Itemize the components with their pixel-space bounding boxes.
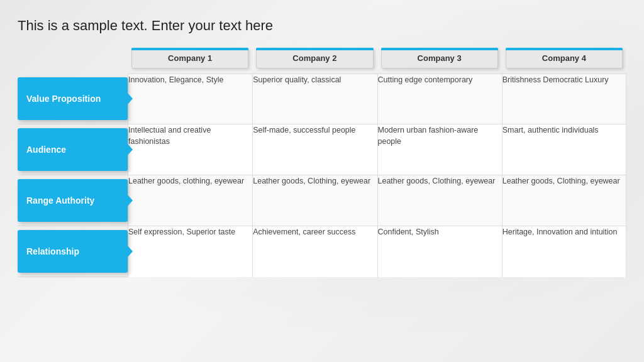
page-title: This is a sample text. Enter your text h… [18, 18, 626, 34]
data-cell-r1-c2: Modern urban fashion-aware people [377, 124, 502, 175]
row-label-1: Audience [18, 128, 128, 171]
data-cell-r3-c3: Heritage, Innovation and intuition [502, 226, 626, 277]
company2-header: Company 2 [252, 48, 377, 74]
data-cell-r3-c1: Achievement, career success [252, 226, 377, 277]
row-label-2: Range Authority [18, 179, 128, 222]
data-cell-r2-c0: Leather goods, clothing, eyewear [128, 175, 252, 226]
data-cell-r1-c3: Smart, authentic individuals [502, 124, 626, 175]
header-empty-cell [18, 48, 128, 74]
data-cell-r2-c1: Leather goods, Clothing, eyewear [252, 175, 377, 226]
data-cell-r3-c2: Confident, Stylish [377, 226, 502, 277]
comparison-table: Company 1 Company 2 Company 3 Company 4 … [18, 48, 626, 277]
company1-header-label: Company 1 [131, 48, 248, 69]
row-label-cell-2: Range Authority [18, 175, 128, 226]
row-label-cell-3: Relationship [18, 226, 128, 277]
table-row: RelationshipSelf expression, Superior ta… [18, 226, 626, 277]
company3-header: Company 3 [377, 48, 502, 74]
data-cell-r2-c3: Leather goods, Clothing, eyewear [502, 175, 626, 226]
table-row: Value PropositionInnovation, Elegance, S… [18, 74, 626, 124]
data-cell-r2-c2: Leather goods, Clothing, eyewear [377, 175, 502, 226]
data-cell-r0-c3: Britishness Democratic Luxury [502, 74, 626, 124]
row-label-cell-1: Audience [18, 124, 128, 175]
table-row: AudienceIntellectual and creative fashio… [18, 124, 626, 175]
data-cell-r3-c0: Self expression, Superior taste [128, 226, 252, 277]
row-label-cell-0: Value Proposition [18, 74, 128, 124]
data-cell-r1-c1: Self-made, successful people [252, 124, 377, 175]
data-cell-r0-c0: Innovation, Elegance, Style [128, 74, 252, 124]
table-row: Range AuthorityLeather goods, clothing, … [18, 175, 626, 226]
company1-header: Company 1 [128, 48, 252, 74]
company4-header: Company 4 [502, 48, 626, 74]
main-content: This is a sample text. Enter your text h… [0, 0, 644, 288]
company3-header-label: Company 3 [381, 48, 498, 69]
data-cell-r0-c1: Superior quality, classical [252, 74, 377, 124]
data-cell-r1-c0: Intellectual and creative fashionistas [128, 124, 252, 175]
row-label-3: Relationship [18, 230, 128, 273]
table-header-row: Company 1 Company 2 Company 3 Company 4 [18, 48, 626, 74]
row-label-0: Value Proposition [18, 77, 128, 120]
company2-header-label: Company 2 [256, 48, 373, 69]
data-cell-r0-c2: Cutting edge contemporary [377, 74, 502, 124]
company4-header-label: Company 4 [506, 48, 623, 69]
